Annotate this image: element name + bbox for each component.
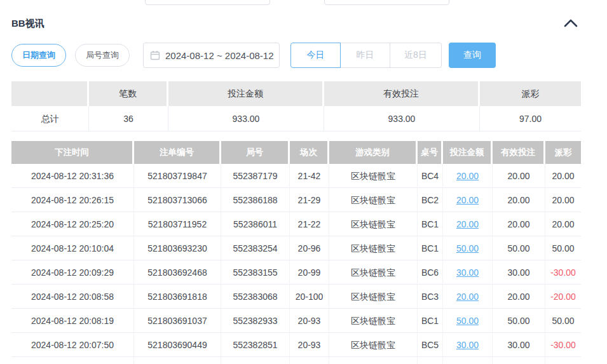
- header-valid-bet: 有效投注: [493, 141, 545, 164]
- cell-order-no: 521803690449: [134, 333, 221, 357]
- calendar-icon: [150, 50, 160, 60]
- cell-table-no: BC5: [418, 333, 443, 357]
- cell-round-no: 552386011: [221, 212, 290, 236]
- cell-order-no: 521803692468: [134, 260, 221, 285]
- today-button[interactable]: 今日: [290, 43, 341, 68]
- summary-header-cell-count: 笔数: [89, 81, 168, 106]
- table-header-row: 下注时间 注单编号 局号 场次 游戏类别 桌号 投注金额 有效投注 派彩: [11, 141, 581, 164]
- summary-table: 笔数 投注金额 有效投注 派彩 总计 36 933.00 933.00 97.0…: [11, 81, 581, 131]
- cell-table-no: BC6: [418, 260, 443, 285]
- cell-session: 21-29: [290, 188, 329, 212]
- cell-table-no: BC3: [418, 285, 443, 309]
- cell-game-type: 区块链骰宝: [329, 188, 418, 212]
- chevron-up-icon: [564, 19, 578, 27]
- header-order-no: 注单编号: [134, 141, 221, 164]
- cell-bet-amount-link[interactable]: 30.00: [456, 340, 479, 350]
- summary-header-cell-bet-amount: 投注金额: [168, 81, 324, 106]
- cell-bet-amount-link[interactable]: 50.00: [456, 316, 479, 326]
- cell-round-no: 552386188: [221, 188, 290, 212]
- cell-payout: 20.00: [545, 164, 581, 188]
- cell-table-no: BC2: [418, 188, 443, 212]
- cell-round-no: 552383155: [221, 260, 290, 285]
- cell-payout: -30.00: [545, 333, 581, 357]
- bet-records-panel: BB视讯 日期查询 局号查询 2024-08-12 ~ 2024-08-12 今…: [0, 0, 607, 364]
- cell-table-no: BC1: [418, 236, 443, 260]
- header-session: 场次: [290, 141, 329, 164]
- cell-bet-amount-link[interactable]: 20.00: [456, 292, 479, 302]
- cell-bet-time: 2024-08-12 20:31:36: [11, 164, 134, 188]
- table-row: 2024-08-12 20:25:20 521803711952 5523860…: [11, 212, 581, 236]
- summary-header-row: 笔数 投注金额 有效投注 派彩: [11, 81, 581, 106]
- summary-valid-bet: 933.00: [324, 106, 480, 131]
- last8days-button[interactable]: 近8日: [390, 43, 442, 68]
- cell-game-type: 区块链骰宝: [329, 212, 418, 236]
- bet-records-table: 下注时间 注单编号 局号 场次 游戏类别 桌号 投注金额 有效投注 派彩 202…: [11, 141, 581, 364]
- table-body: 2024-08-12 20:31:36 521803719847 5523871…: [11, 164, 581, 357]
- summary-count: 36: [89, 106, 168, 131]
- summary-payout: 97.00: [480, 106, 581, 131]
- cell-round-no: 552387179: [221, 164, 290, 188]
- date-range-value: 2024-08-12 ~ 2024-08-12: [165, 50, 274, 61]
- table-row: 2024-08-12 20:08:58 521803691818 5523830…: [11, 285, 581, 309]
- cell-order-no: 521803711952: [134, 212, 221, 236]
- table-row: 2024-08-12 20:08:19 521803691037 5523829…: [11, 309, 581, 333]
- date-range-input[interactable]: 2024-08-12 ~ 2024-08-12: [143, 43, 280, 68]
- cell-payout: -30.00: [545, 260, 581, 285]
- cell-valid-bet: 20.00: [493, 188, 545, 212]
- cell-payout: 20.00: [545, 188, 581, 212]
- cell-session: 20-96: [290, 236, 329, 260]
- cell-valid-bet: 20.00: [493, 164, 545, 188]
- cell-valid-bet: 30.00: [493, 260, 545, 285]
- header-table-no: 桌号: [418, 141, 443, 164]
- cell-round-no: 552382851: [221, 333, 290, 357]
- table-row-partial: [11, 357, 581, 364]
- round-query-tab[interactable]: 局号查询: [75, 44, 130, 67]
- cell-game-type: 区块链骰宝: [329, 285, 418, 309]
- cell-bet-time: 2024-08-12 20:08:19: [11, 309, 134, 333]
- cell-valid-bet: 30.00: [493, 333, 545, 357]
- cell-payout: 50.00: [545, 309, 581, 333]
- date-query-tab[interactable]: 日期查询: [11, 44, 66, 67]
- cell-round-no: 552383068: [221, 285, 290, 309]
- table-row: 2024-08-12 20:10:04 521803693230 5523832…: [11, 236, 581, 260]
- cell-order-no: 521803713066: [134, 188, 221, 212]
- cell-session: 20-100: [290, 285, 329, 309]
- yesterday-button[interactable]: 昨日: [340, 43, 390, 68]
- cell-order-no: 521803693230: [134, 236, 221, 260]
- collapse-button[interactable]: [562, 17, 580, 29]
- cell-valid-bet: 50.00: [493, 309, 545, 333]
- query-toolbar: 日期查询 局号查询 2024-08-12 ~ 2024-08-12 今日 昨日 …: [0, 43, 607, 68]
- cell-bet-amount-link[interactable]: 50.00: [456, 243, 479, 253]
- table-row: 2024-08-12 20:26:15 521803713066 5523861…: [11, 188, 581, 212]
- top-input-partial-1[interactable]: [145, 0, 270, 5]
- summary-header-cell-valid-bet: 有效投注: [324, 81, 480, 106]
- cell-session: 21-22: [290, 212, 329, 236]
- cell-bet-amount-link[interactable]: 20.00: [456, 219, 479, 229]
- cell-game-type: 区块链骰宝: [329, 236, 418, 260]
- summary-total-label: 总计: [11, 106, 89, 131]
- cell-table-no: BC1: [418, 212, 443, 236]
- cell-bet-amount-link[interactable]: 20.00: [456, 171, 479, 181]
- table-row: 2024-08-12 20:31:36 521803719847 5523871…: [11, 164, 581, 188]
- cell-order-no: 521803691818: [134, 285, 221, 309]
- cell-session: 20-93: [290, 309, 329, 333]
- cell-session: 20-99: [290, 260, 329, 285]
- cell-bet-amount-link[interactable]: 30.00: [456, 267, 479, 278]
- header-payout: 派彩: [545, 141, 581, 164]
- table-row: 2024-08-12 20:09:29 521803692468 5523831…: [11, 260, 581, 285]
- cell-bet-amount-link[interactable]: 20.00: [456, 195, 479, 205]
- summary-header-cell-payout: 派彩: [480, 81, 581, 106]
- table-row: 2024-08-12 20:07:50 521803690449 5523828…: [11, 333, 581, 357]
- summary-total-row: 总计 36 933.00 933.00 97.00: [11, 106, 581, 131]
- cell-payout: -20.00: [545, 285, 581, 309]
- cell-bet-time: 2024-08-12 20:10:04: [11, 236, 134, 260]
- cell-table-no: BC1: [418, 309, 443, 333]
- summary-bet-amount: 933.00: [168, 106, 324, 131]
- top-input-partial-2[interactable]: [324, 0, 449, 5]
- search-button[interactable]: 查询: [449, 43, 496, 68]
- cell-round-no: 552382933: [221, 309, 290, 333]
- cell-valid-bet: 20.00: [493, 285, 545, 309]
- cell-order-no: 521803691037: [134, 309, 221, 333]
- cell-game-type: 区块链骰宝: [329, 260, 418, 285]
- cell-bet-time: 2024-08-12 20:25:20: [11, 212, 134, 236]
